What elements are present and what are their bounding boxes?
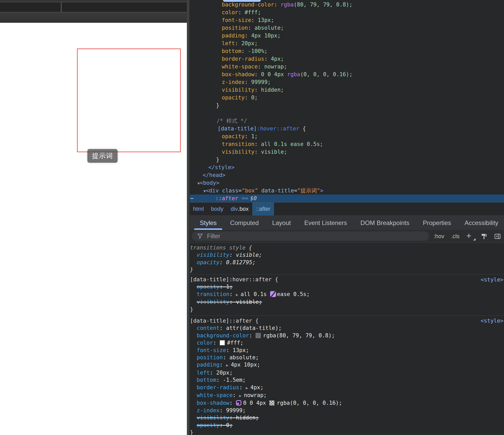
shadow-editor-icon[interactable]: [236, 400, 241, 406]
tree-line[interactable]: box-shadow: 0 0 4px rgba(0, 0, 0, 0.16);: [189, 71, 504, 78]
devtools-panel: background-color: rgba(80, 79, 79, 0.8);…: [187, 0, 504, 435]
css-declaration[interactable]: white-space: ▶ nowrap;: [190, 392, 504, 399]
css-declaration[interactable]: background-color: rgba(80, 79, 79, 0.8);: [190, 332, 504, 339]
css-declaration[interactable]: opacity: 1;: [190, 283, 504, 290]
plus-dropdown-caret-icon: [473, 238, 476, 240]
toggle-sidebar-icon[interactable]: [494, 233, 501, 240]
equals-sign: ==: [242, 195, 248, 202]
tree-line[interactable]: position: absolute;: [189, 24, 504, 32]
expand-arrow-icon: ▶: [236, 292, 241, 297]
css-declaration[interactable]: border-radius: ▶ 4px;: [190, 384, 504, 392]
css-declaration[interactable]: box-shadow: 0 0 4px rgba(0, 0, 0, 0.16);: [190, 399, 504, 407]
breadcrumb-item[interactable]: ::after: [252, 203, 274, 215]
elements-tree: background-color: rgba(80, 79, 79, 0.8);…: [189, 0, 504, 195]
tree-line[interactable]: white-space: nowrap;: [189, 63, 504, 71]
window-top-strip: [0, 0, 187, 2]
color-swatch[interactable]: [220, 340, 225, 345]
tab-event-listeners[interactable]: Event Listeners: [297, 216, 354, 230]
class-toggle[interactable]: .cls: [451, 233, 460, 240]
pseudo-state-toggle[interactable]: :hov: [433, 233, 444, 240]
rule-selector[interactable]: transitions style {: [190, 244, 504, 251]
css-declaration[interactable]: content: attr(data-title);: [190, 324, 504, 332]
tree-line[interactable]: [data-title]:hover::after {: [189, 125, 504, 133]
expand-arrow-icon: ▼: [197, 181, 200, 186]
breadcrumb: htmlbodydiv.box::after: [189, 203, 504, 215]
css-declaration[interactable]: visibility: visible;: [190, 251, 504, 259]
rule-selector[interactable]: [data-title]:hover::after {: [190, 276, 504, 283]
paint-roller-icon[interactable]: [481, 233, 487, 240]
tree-line[interactable]: z-index: 99999;: [189, 78, 504, 86]
tab-layout[interactable]: Layout: [265, 216, 297, 230]
css-declaration[interactable]: opacity: 0;: [190, 422, 504, 429]
tree-line[interactable]: border-radius: 4px;: [189, 55, 504, 63]
filter-funnel-icon: [197, 233, 203, 239]
tree-line[interactable]: left: 20px;: [189, 40, 504, 47]
tree-line[interactable]: </style>: [189, 164, 504, 171]
color-swatch[interactable]: [269, 400, 274, 406]
filter-field[interactable]: [192, 231, 429, 241]
browser-address-bar[interactable]: [0, 12, 187, 23]
new-style-rule-button[interactable]: +: [466, 232, 474, 240]
dollar-zero-ref: $0: [250, 195, 257, 202]
tree-line[interactable]: [189, 109, 504, 117]
css-declaration[interactable]: visibility: visible;: [190, 298, 504, 306]
rule-selector[interactable]: [data-title]::after {: [190, 317, 504, 324]
tooltip-bubble: 提示词: [87, 149, 118, 163]
filter-input[interactable]: [207, 232, 429, 240]
more-actions-icon[interactable]: ⋯: [190, 195, 194, 202]
tab-dom-breakpoints[interactable]: DOM Breakpoints: [354, 216, 416, 230]
tree-line[interactable]: font-size: 13px;: [189, 16, 504, 24]
tab-accessibility[interactable]: Accessibility: [458, 216, 504, 230]
tree-line[interactable]: }: [189, 102, 504, 109]
style-source-link[interactable]: <style>: [480, 276, 503, 283]
css-declaration[interactable]: color: #fff;: [190, 339, 504, 346]
tree-line[interactable]: ▼<div class="box" data-title="提示词">: [189, 187, 504, 195]
demo-box: [77, 49, 181, 152]
tree-line[interactable]: visibility: hidden;: [189, 86, 504, 94]
tree-line[interactable]: ▼<body>: [189, 179, 504, 187]
devtools-edge-strip[interactable]: [187, 0, 190, 435]
browser-tab-bar[interactable]: [0, 2, 187, 12]
tab-properties[interactable]: Properties: [416, 216, 458, 230]
css-declaration[interactable]: font-size: 13px;: [190, 347, 504, 354]
tree-line[interactable]: opacity: 1;: [189, 133, 504, 140]
tree-line[interactable]: padding: 4px 10px;: [189, 32, 504, 40]
style-source-link[interactable]: <style>: [480, 317, 503, 324]
tree-line[interactable]: </head>: [189, 171, 504, 179]
css-declaration[interactable]: bottom: -1.5em;: [190, 376, 504, 384]
rule-close-brace: }: [190, 266, 504, 273]
tree-line[interactable]: bottom: -100%;: [189, 47, 504, 55]
selected-tree-row[interactable]: ⋯ ::after == $0: [187, 195, 504, 203]
breadcrumb-item[interactable]: html: [189, 203, 208, 215]
tree-line[interactable]: }: [189, 156, 504, 164]
css-declaration[interactable]: left: 20px;: [190, 369, 504, 376]
css-declaration[interactable]: padding: ▶ 4px 10px;: [190, 361, 504, 369]
tree-line[interactable]: color: #fff;: [189, 9, 504, 16]
css-declaration[interactable]: opacity: 0.812795;: [190, 259, 504, 266]
breadcrumb-item[interactable]: body: [208, 203, 227, 215]
breadcrumb-item[interactable]: div.box: [227, 203, 252, 215]
css-rule: transitions style {visibility: visible;o…: [189, 243, 504, 275]
pseudo-element-label: ::after: [215, 195, 238, 202]
tab-styles[interactable]: Styles: [193, 216, 223, 230]
css-declaration[interactable]: transition: ▶ all 0.1s ease 0.5s;: [190, 291, 504, 298]
styles-toolbar: :hov .cls +: [189, 230, 504, 243]
expand-arrow-icon: ▼: [203, 189, 206, 193]
expand-arrow-icon: ▶: [226, 363, 231, 368]
styles-sections: transitions style {visibility: visible;o…: [189, 243, 504, 435]
tree-line[interactable]: background-color: rgba(80, 79, 79, 0.8);: [189, 1, 504, 9]
tree-line[interactable]: visibility: visible;: [189, 148, 504, 156]
css-declaration[interactable]: visibility: hidden;: [190, 414, 504, 421]
css-declaration[interactable]: z-index: 99999;: [190, 407, 504, 414]
css-declaration[interactable]: position: absolute;: [190, 354, 504, 361]
color-swatch[interactable]: [256, 333, 261, 338]
tree-line[interactable]: /* 样式 */: [189, 117, 504, 125]
expand-arrow-icon: ▶: [246, 386, 250, 390]
tree-line[interactable]: opacity: 0;: [189, 94, 504, 102]
tooltip-text: 提示词: [92, 151, 113, 160]
tab-computed[interactable]: Computed: [223, 216, 265, 230]
selection-highlight-fragment: [223, 0, 261, 2]
tab-separator: [61, 2, 62, 12]
bezier-curve-icon[interactable]: [270, 291, 276, 297]
tree-line[interactable]: transition: all 0.1s ease 0.5s;: [189, 140, 504, 148]
